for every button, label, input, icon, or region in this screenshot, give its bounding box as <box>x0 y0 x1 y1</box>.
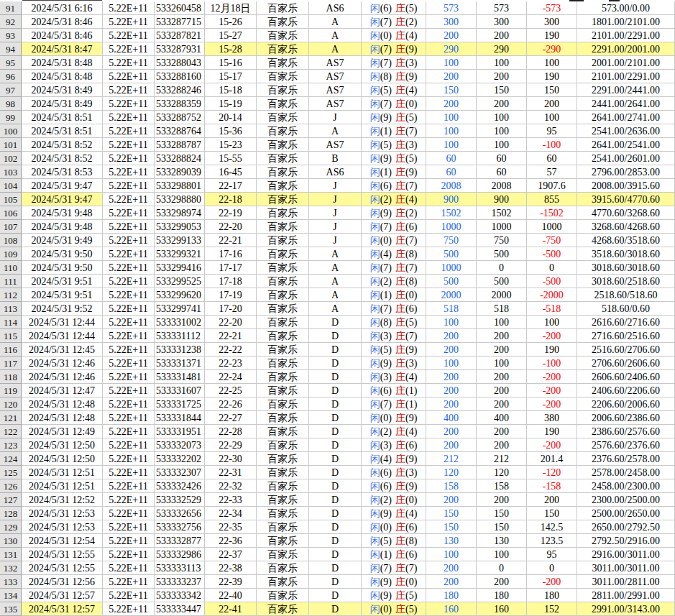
cell-result[interactable]: 闲(9)庄(5) <box>362 111 426 124</box>
cell-bet[interactable]: 900 <box>426 193 477 206</box>
cell-field[interactable]: 15-23 <box>205 138 257 152</box>
cell-id[interactable]: 533331112 <box>155 329 205 343</box>
cell-date[interactable]: 2024/5/31 12:44 <box>22 329 103 343</box>
cell-date[interactable]: 2024/5/31 9:51 <box>22 275 103 288</box>
cell-bet[interactable]: 150 <box>426 520 477 534</box>
cell-game[interactable]: 百家乐 <box>257 97 309 111</box>
cell-balance[interactable]: 2206.60/2006.60 <box>577 397 675 411</box>
cell-date[interactable]: 2024/5/31 9:50 <box>22 247 103 261</box>
cell-bet[interactable]: 120 <box>426 466 477 479</box>
cell-game[interactable]: 百家乐 <box>257 138 309 152</box>
cell-result[interactable]: 闲(3)庄(7) <box>362 329 426 343</box>
cell-date[interactable]: 2024/5/31 8:46 <box>22 15 103 29</box>
cell-sci[interactable]: 5.22E+11 <box>103 384 155 397</box>
cell-bet[interactable]: 400 <box>426 411 477 425</box>
cell-field[interactable]: 22-39 <box>205 575 257 589</box>
cell-id[interactable]: 533331951 <box>155 425 205 438</box>
row-number[interactable]: 131 <box>0 548 22 561</box>
cell-valid[interactable]: 100 <box>477 316 527 329</box>
cell-sci[interactable]: 5.22E+11 <box>103 575 155 589</box>
cell-game[interactable]: 百家乐 <box>257 124 309 138</box>
cell-balance[interactable]: 2641.00/2741.00 <box>577 111 675 124</box>
cell-table[interactable]: A <box>309 247 362 261</box>
cell-balance[interactable]: 3518.60/3018.60 <box>577 247 675 261</box>
cell-balance[interactable]: 573.00/0.00 <box>577 1 675 15</box>
cell-game[interactable]: 百家乐 <box>257 70 309 83</box>
cell-winloss[interactable]: -200 <box>527 575 577 589</box>
cell-id[interactable]: 533333447 <box>155 602 205 616</box>
cell-valid[interactable]: 400 <box>477 411 527 425</box>
cell-balance[interactable]: 2650.00/2792.50 <box>577 520 675 534</box>
row-number[interactable]: 117 <box>0 357 22 370</box>
cell-result[interactable]: 闲(2)庄(0) <box>362 493 426 507</box>
cell-result[interactable]: 闲(6)庄(7) <box>362 179 426 193</box>
cell-sci[interactable]: 5.22E+11 <box>103 165 155 179</box>
cell-winloss[interactable]: -750 <box>527 234 577 247</box>
cell-bet[interactable]: 180 <box>426 589 477 602</box>
cell-date[interactable]: 2024/5/31 9:49 <box>22 234 103 247</box>
row-number[interactable]: 109 <box>0 247 22 261</box>
cell-result[interactable]: 闲(9)庄(4) <box>362 507 426 520</box>
row-number[interactable]: 93 <box>0 29 22 42</box>
cell-date[interactable]: 2024/5/31 12:54 <box>22 534 103 548</box>
cell-field[interactable]: 15-55 <box>205 152 257 165</box>
cell-sci[interactable]: 5.22E+11 <box>103 561 155 575</box>
cell-date[interactable]: 2024/5/31 8:49 <box>22 83 103 97</box>
cell-id[interactable]: 533289039 <box>155 165 205 179</box>
cell-game[interactable]: 百家乐 <box>257 83 309 97</box>
cell-bet[interactable]: 290 <box>426 42 477 56</box>
cell-date[interactable]: 2024/5/31 9:51 <box>22 288 103 302</box>
cell-date[interactable]: 2024/5/31 12:53 <box>22 520 103 534</box>
cell-game[interactable]: 百家乐 <box>257 193 309 206</box>
cell-date[interactable]: 2024/5/31 12:51 <box>22 479 103 493</box>
cell-balance[interactable]: 2441.00/2641.00 <box>577 97 675 111</box>
cell-table[interactable]: AS6 <box>309 165 362 179</box>
cell-balance[interactable]: 3011.00/2811.00 <box>577 575 675 589</box>
cell-sci[interactable]: 5.22E+11 <box>103 548 155 561</box>
cell-balance[interactable]: 2516.60/2706.60 <box>577 343 675 357</box>
row-number[interactable]: 132 <box>0 561 22 575</box>
cell-valid[interactable]: 573 <box>477 1 527 15</box>
cell-valid[interactable]: 900 <box>477 193 527 206</box>
cell-table[interactable]: D <box>309 411 362 425</box>
cell-balance[interactable]: 2706.60/2606.60 <box>577 357 675 370</box>
cell-winloss[interactable]: -290 <box>527 42 577 56</box>
cell-id[interactable]: 533288787 <box>155 138 205 152</box>
row-number[interactable]: 110 <box>0 261 22 275</box>
cell-table[interactable]: D <box>309 575 362 589</box>
cell-id[interactable]: 533299321 <box>155 247 205 261</box>
cell-field[interactable]: 22-27 <box>205 411 257 425</box>
cell-result[interactable]: 闲(9)庄(3) <box>362 357 426 370</box>
cell-field[interactable]: 22-21 <box>205 234 257 247</box>
row-number[interactable]: 124 <box>0 452 22 466</box>
cell-balance[interactable]: 2792.50/2916.00 <box>577 534 675 548</box>
cell-winloss[interactable]: 855 <box>527 193 577 206</box>
cell-game[interactable]: 百家乐 <box>257 152 309 165</box>
cell-balance[interactable]: 2716.60/2516.60 <box>577 329 675 343</box>
cell-result[interactable]: 闲(9)庄(5) <box>362 152 426 165</box>
row-number[interactable]: 116 <box>0 343 22 357</box>
cell-table[interactable]: A <box>309 275 362 288</box>
cell-game[interactable]: 百家乐 <box>257 343 309 357</box>
cell-field[interactable]: 22-33 <box>205 493 257 507</box>
cell-winloss[interactable]: -200 <box>527 329 577 343</box>
row-number[interactable]: 130 <box>0 534 22 548</box>
cell-result[interactable]: 闲(8)庄(5) <box>362 316 426 329</box>
cell-game[interactable]: 百家乐 <box>257 302 309 316</box>
cell-result[interactable]: 闲(7)庄(1) <box>362 397 426 411</box>
cell-balance[interactable]: 518.60/0.60 <box>577 302 675 316</box>
cell-game[interactable]: 百家乐 <box>257 507 309 520</box>
cell-date[interactable]: 2024/5/31 8:53 <box>22 165 103 179</box>
row-number[interactable]: 91 <box>0 1 22 15</box>
cell-winloss[interactable]: 100 <box>527 56 577 70</box>
cell-winloss[interactable]: -573 <box>527 1 577 15</box>
cell-field[interactable]: 22-23 <box>205 357 257 370</box>
cell-result[interactable]: 闲(2)庄(8) <box>362 275 426 288</box>
cell-game[interactable]: 百家乐 <box>257 29 309 42</box>
cell-date[interactable]: 2024/5/31 12:50 <box>22 438 103 452</box>
cell-id[interactable]: 533331607 <box>155 384 205 397</box>
row-number[interactable]: 123 <box>0 438 22 452</box>
cell-date[interactable]: 2024/5/31 9:47 <box>22 179 103 193</box>
cell-winloss[interactable]: 150 <box>527 507 577 520</box>
cell-balance[interactable]: 3011.00/3011.00 <box>577 561 675 575</box>
